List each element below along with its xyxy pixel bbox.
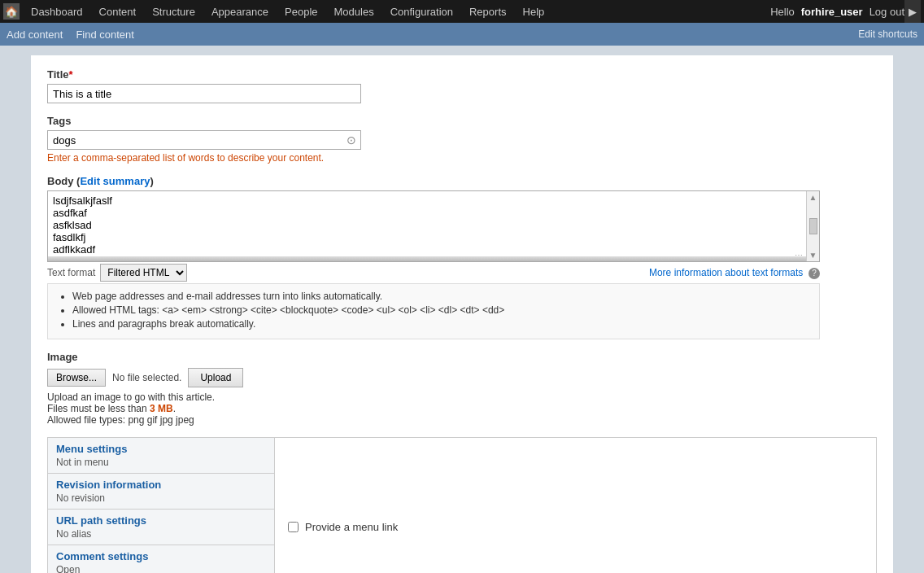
home-icon[interactable]: 🏠: [3, 3, 20, 20]
more-info-link[interactable]: More information about text formats: [649, 267, 803, 278]
url-path-subtitle: No alias: [56, 528, 266, 540]
nav-item-modules[interactable]: Modules: [326, 0, 382, 23]
title-field-group: Title*: [47, 68, 877, 103]
edit-shortcuts-link[interactable]: Edit shortcuts: [858, 28, 917, 40]
accordion-section: Menu settings Not in menu Revision infor…: [47, 437, 877, 573]
text-format-left: Text format Filtered HTML: [47, 264, 187, 282]
revision-subtitle: No revision: [56, 492, 266, 504]
image-upload-row: Browse... No file selected. Upload: [47, 368, 877, 387]
body-label: Body (Edit summary): [47, 175, 877, 187]
edit-summary-link[interactable]: Edit summary: [80, 175, 150, 187]
add-content-link[interactable]: Add content: [7, 28, 63, 41]
nav-item-content[interactable]: Content: [91, 0, 145, 23]
nav-item-people[interactable]: People: [277, 0, 325, 23]
revision-header[interactable]: Revision information No revision: [48, 474, 274, 509]
text-format-bar: Text format Filtered HTML More informati…: [47, 264, 820, 282]
image-hints: Upload an image to go with this article.…: [47, 391, 877, 426]
hello-text: Hello: [770, 6, 795, 18]
find-content-link[interactable]: Find content: [76, 28, 134, 41]
url-path-header[interactable]: URL path settings No alias: [48, 510, 274, 545]
title-input[interactable]: [47, 84, 361, 103]
url-path-accordion: URL path settings No alias: [47, 509, 275, 545]
accordion-right-panel: Provide a menu link: [275, 437, 877, 573]
tags-label: Tags: [47, 115, 877, 127]
format-hints: Web page addresses and e-mail addresses …: [47, 283, 820, 339]
body-scrollbar[interactable]: ▲ ▼: [806, 191, 819, 261]
revision-accordion: Revision information No revision: [47, 473, 275, 510]
hint-item-2: Allowed HTML tags: <a> <em> <strong> <ci…: [72, 304, 809, 316]
tags-hint: Enter a comma-separated list of words to…: [47, 152, 877, 164]
browse-button[interactable]: Browse...: [47, 369, 106, 387]
accordion-grid: Menu settings Not in menu Revision infor…: [47, 437, 877, 573]
file-name: No file selected.: [112, 372, 181, 383]
secondary-navigation: Add content Find content Edit shortcuts: [0, 23, 924, 46]
nav-item-dashboard[interactable]: Dashboard: [23, 0, 91, 23]
menu-link-checkbox[interactable]: [288, 522, 299, 532]
upload-button[interactable]: Upload: [188, 368, 243, 387]
nav-item-help[interactable]: Help: [515, 0, 553, 23]
menu-settings-subtitle: Not in menu: [56, 457, 266, 468]
secondary-nav-left: Add content Find content: [7, 28, 134, 41]
nav-item-reports[interactable]: Reports: [461, 0, 515, 23]
scroll-down-arrow[interactable]: ▼: [808, 249, 819, 261]
menu-settings-header[interactable]: Menu settings Not in menu: [48, 438, 274, 473]
body-textarea-wrapper: lsdjfsalkjfaslf asdfkaf asfklsad fasdlkf…: [47, 190, 820, 262]
image-field-group: Image Browse... No file selected. Upload…: [47, 351, 877, 426]
tags-field-group: Tags ⊙ Enter a comma-separated list of w…: [47, 115, 877, 164]
scroll-up-arrow[interactable]: ▲: [808, 191, 819, 203]
image-hint-size: Upload an image to go with this article.: [47, 391, 877, 403]
hint-item-3: Lines and paragraphs break automatically…: [72, 318, 809, 330]
main-content: Title* Tags ⊙ Enter a comma-separated li…: [0, 46, 924, 573]
body-field-group: Body (Edit summary) lsdjfsalkjfaslf asdf…: [47, 175, 877, 339]
nav-expand-arrow[interactable]: ▶: [904, 0, 921, 23]
content-form: Title* Tags ⊙ Enter a comma-separated li…: [31, 55, 893, 573]
menu-link-checkbox-row: Provide a menu link: [288, 521, 398, 533]
menu-settings-title: Menu settings: [56, 443, 266, 455]
logout-link[interactable]: Log out: [870, 6, 904, 18]
tags-input[interactable]: [47, 130, 361, 150]
more-info-wrapper: More information about text formats ?: [649, 266, 820, 279]
text-format-select[interactable]: Filtered HTML: [100, 264, 187, 282]
tags-autocomplete-icon: ⊙: [346, 133, 356, 147]
nav-item-appearance[interactable]: Appearance: [203, 0, 277, 23]
comment-settings-title: Comment settings: [56, 550, 266, 562]
comment-settings-accordion: Comment settings Open: [47, 545, 275, 573]
image-hint-size-limit: Files must be less than 3 MB.: [47, 403, 877, 414]
nav-item-configuration[interactable]: Configuration: [382, 0, 461, 23]
revision-title: Revision information: [56, 479, 266, 491]
url-path-title: URL path settings: [56, 514, 266, 527]
image-label: Image: [47, 351, 877, 363]
body-textarea[interactable]: lsdjfsalkjfaslf asdfkaf asfklsad fasdlkf…: [48, 191, 806, 261]
file-types: png gif jpg jpeg: [128, 414, 194, 426]
title-label: Title*: [47, 68, 877, 81]
text-format-label: Text format: [47, 267, 95, 278]
title-required: *: [69, 68, 73, 81]
size-limit: 3 MB: [150, 403, 173, 414]
username: forhire_user: [801, 6, 863, 18]
comment-settings-subtitle: Open: [56, 564, 266, 573]
menu-settings-accordion: Menu settings Not in menu: [47, 437, 275, 474]
top-navigation: 🏠 Dashboard Content Structure Appearance…: [0, 0, 924, 23]
scrollbar-thumb[interactable]: [809, 218, 817, 234]
help-icon[interactable]: ?: [808, 268, 820, 279]
nav-item-structure[interactable]: Structure: [144, 0, 203, 23]
image-types: Allowed file types: png gif jpg jpeg: [47, 414, 877, 426]
body-resize-handle[interactable]: [48, 256, 806, 261]
comment-settings-header[interactable]: Comment settings Open: [48, 545, 274, 573]
menu-link-label: Provide a menu link: [305, 521, 398, 533]
hint-item-1: Web page addresses and e-mail addresses …: [72, 291, 809, 302]
tags-wrapper: ⊙: [47, 130, 361, 150]
nav-right: Hello forhire_user Log out: [770, 6, 904, 18]
accordion-left: Menu settings Not in menu Revision infor…: [47, 437, 275, 573]
nav-items: Dashboard Content Structure Appearance P…: [23, 0, 770, 23]
